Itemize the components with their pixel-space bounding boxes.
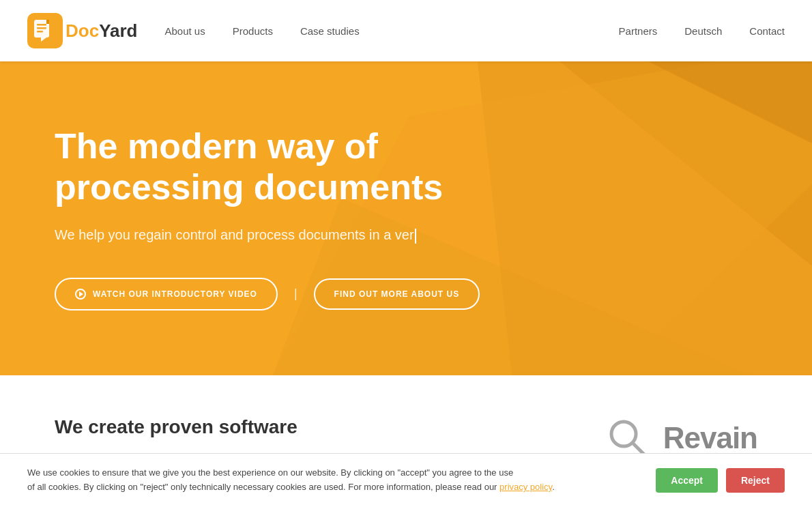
nav-products[interactable]: Products bbox=[233, 25, 273, 37]
hero-content: The modern way of processing documents W… bbox=[55, 126, 566, 310]
accept-cookies-button[interactable]: Accept bbox=[656, 468, 718, 493]
button-separator: | bbox=[294, 287, 298, 301]
nav-partners[interactable]: Partners bbox=[619, 25, 658, 37]
hero-buttons: WATCH OUR INTRODUCTORY VIDEO | FIND OUT … bbox=[55, 278, 566, 310]
find-out-more-button[interactable]: FIND OUT MORE ABOUT US bbox=[314, 278, 480, 310]
find-out-more-label: FIND OUT MORE ABOUT US bbox=[334, 289, 460, 299]
revain-text: Revain bbox=[663, 421, 757, 455]
cookie-buttons: Accept Reject bbox=[656, 468, 785, 493]
hero-section: The modern way of processing documents W… bbox=[0, 61, 812, 375]
svg-rect-3 bbox=[37, 27, 46, 29]
play-icon bbox=[75, 289, 86, 300]
svg-marker-5 bbox=[46, 20, 49, 24]
reject-cookies-button[interactable]: Reject bbox=[726, 468, 785, 493]
section-title: We create proven software bbox=[55, 416, 565, 438]
header: DocYard About us Products Case studies P… bbox=[0, 0, 812, 61]
watch-video-button[interactable]: WATCH OUR INTRODUCTORY VIDEO bbox=[55, 278, 278, 310]
svg-marker-7 bbox=[560, 61, 812, 266]
nav-right: Partners Deutsch Contact bbox=[619, 25, 785, 37]
hero-title: The modern way of processing documents bbox=[55, 126, 566, 208]
svg-marker-10 bbox=[648, 61, 812, 143]
cookie-banner: We use cookies to ensure that we give yo… bbox=[0, 453, 812, 494]
logo-text: DocYard bbox=[66, 20, 138, 42]
svg-rect-4 bbox=[37, 31, 43, 33]
nav-left: About us Products Case studies bbox=[165, 25, 619, 37]
watch-video-label: WATCH OUR INTRODUCTORY VIDEO bbox=[93, 289, 257, 299]
svg-rect-2 bbox=[37, 24, 46, 26]
docyard-logo-icon bbox=[27, 13, 63, 48]
text-cursor bbox=[415, 229, 416, 244]
hero-subtitle: We help you regain control and process d… bbox=[55, 227, 566, 244]
privacy-policy-link[interactable]: privacy policy bbox=[499, 482, 552, 492]
nav-contact[interactable]: Contact bbox=[749, 25, 785, 37]
cookie-line1: We use cookies to ensure that we give yo… bbox=[27, 467, 513, 478]
nav-about-us[interactable]: About us bbox=[165, 25, 205, 37]
nav-case-studies[interactable]: Case studies bbox=[300, 25, 360, 37]
cookie-text: We use cookies to ensure that we give yo… bbox=[27, 466, 642, 494]
cookie-link-suffix: . bbox=[552, 482, 555, 492]
nav-deutsch[interactable]: Deutsch bbox=[684, 25, 722, 37]
cookie-line2: of all cookies. By clicking on "reject" … bbox=[27, 482, 497, 492]
logo[interactable]: DocYard bbox=[27, 13, 138, 48]
